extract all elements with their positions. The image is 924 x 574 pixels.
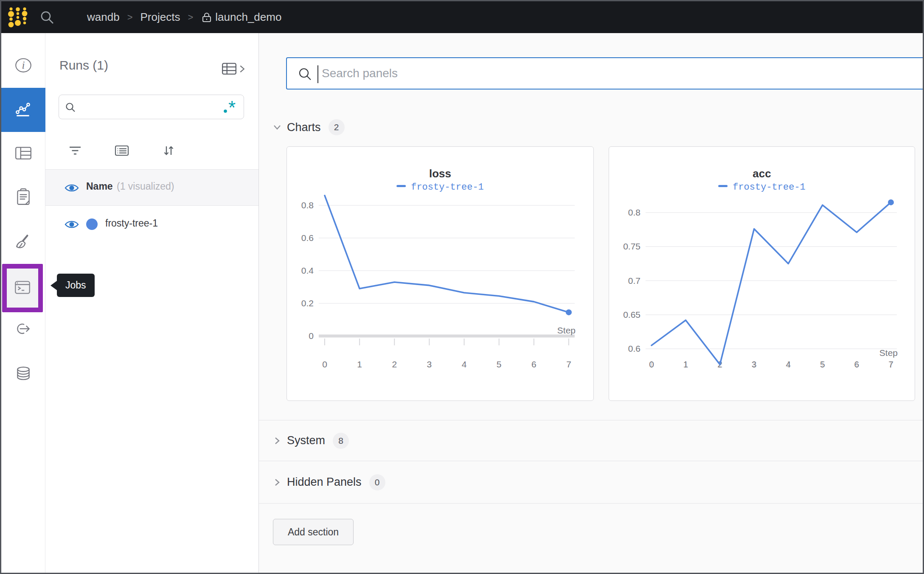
run-name: frosty-tree-1 xyxy=(105,218,158,229)
section-label: System xyxy=(287,434,325,447)
runs-table-expand-button[interactable] xyxy=(221,60,247,77)
svg-text:loss: loss xyxy=(429,167,451,180)
svg-text:0.8: 0.8 xyxy=(628,207,640,217)
svg-text:frosty-tree-1: frosty-tree-1 xyxy=(411,182,484,193)
svg-text:2: 2 xyxy=(392,359,397,369)
broom-icon xyxy=(14,232,33,254)
sidebar-item-table[interactable] xyxy=(1,132,45,176)
svg-text:0: 0 xyxy=(649,359,654,369)
svg-text:6: 6 xyxy=(854,359,859,369)
svg-text:*: * xyxy=(228,98,236,116)
add-section-button[interactable]: Add section xyxy=(273,519,354,545)
svg-text:acc: acc xyxy=(753,167,771,180)
regex-toggle-icon[interactable]: * xyxy=(222,98,239,116)
info-icon: i xyxy=(14,56,33,77)
svg-text:0.65: 0.65 xyxy=(623,310,640,319)
top-navbar: wandb > Projects > launch_demo xyxy=(1,1,923,33)
panels-search-input[interactable] xyxy=(322,58,916,89)
text-cursor xyxy=(317,65,318,83)
table-icon xyxy=(14,143,33,164)
svg-text:5: 5 xyxy=(497,359,502,369)
run-row[interactable]: frosty-tree-1 xyxy=(45,206,258,242)
global-search-icon[interactable] xyxy=(39,10,55,25)
runs-panel: Runs (1) * xyxy=(45,33,259,573)
jobs-tooltip: Jobs xyxy=(51,274,95,297)
launch-icon xyxy=(14,320,33,341)
filter-icon[interactable] xyxy=(67,143,83,158)
line-chart-icon xyxy=(14,99,33,120)
runs-search-box: * xyxy=(59,95,244,119)
search-icon xyxy=(298,67,312,81)
svg-text:0: 0 xyxy=(309,331,314,341)
svg-text:7: 7 xyxy=(566,359,571,369)
breadcrumb-project[interactable]: launch_demo xyxy=(201,11,281,24)
svg-text:0.75: 0.75 xyxy=(623,241,640,251)
runs-search-input[interactable] xyxy=(81,95,221,119)
run-color-dot xyxy=(86,218,98,230)
runs-header-row: Name (1 visualized) xyxy=(45,170,258,206)
section-count-badge: 2 xyxy=(329,119,345,135)
section-header-hidden-panels[interactable]: Hidden Panels 0 xyxy=(259,461,923,504)
section-count-badge: 0 xyxy=(369,474,385,490)
section-label: Hidden Panels xyxy=(287,476,362,489)
runs-visualized-note: (1 visualized) xyxy=(117,181,174,192)
lock-icon xyxy=(201,11,213,23)
svg-text:4: 4 xyxy=(462,359,467,369)
group-list-icon[interactable] xyxy=(114,143,129,158)
svg-text:0.8: 0.8 xyxy=(301,200,314,210)
workspace-main: Charts 2 00.20.40.60.801234567Steplossfr… xyxy=(259,33,923,573)
chevron-right-icon xyxy=(272,435,283,446)
sidebar-item-artifacts[interactable] xyxy=(1,353,45,397)
chart-panel-loss[interactable]: 00.20.40.60.801234567Steplossfrosty-tree… xyxy=(286,146,594,401)
svg-text:1: 1 xyxy=(683,359,688,369)
svg-text:i: i xyxy=(22,59,25,71)
svg-text:1: 1 xyxy=(357,359,362,369)
breadcrumb-entity[interactable]: wandb xyxy=(87,11,120,24)
sidebar-item-workspace[interactable] xyxy=(1,88,45,132)
svg-text:Step: Step xyxy=(879,348,898,358)
search-icon xyxy=(65,102,76,113)
svg-text:0.7: 0.7 xyxy=(628,276,640,286)
svg-text:0.6: 0.6 xyxy=(628,344,640,353)
breadcrumb-projects[interactable]: Projects xyxy=(140,11,180,24)
wandb-app-window: wandb > Projects > launch_demo xyxy=(0,0,924,574)
svg-text:3: 3 xyxy=(427,359,432,369)
panels-search-box xyxy=(286,57,923,90)
clipboard-icon xyxy=(14,187,33,208)
svg-text:7: 7 xyxy=(888,359,893,369)
svg-text:0.6: 0.6 xyxy=(301,233,314,243)
section-header-charts[interactable]: Charts 2 xyxy=(259,118,923,137)
breadcrumb: wandb > Projects > launch_demo xyxy=(87,1,281,33)
sidebar-item-overview[interactable]: i xyxy=(1,45,45,89)
svg-text:5: 5 xyxy=(820,359,825,369)
visibility-eye-icon[interactable] xyxy=(64,219,79,230)
svg-text:Step: Step xyxy=(557,325,576,335)
sidebar-item-reports[interactable] xyxy=(1,176,45,220)
chevron-right-icon xyxy=(272,477,283,488)
terminal-icon xyxy=(13,277,32,299)
tooltip-label: Jobs xyxy=(57,274,95,297)
sidebar-item-launch[interactable] xyxy=(1,308,45,353)
svg-text:0.4: 0.4 xyxy=(301,266,314,275)
svg-text:4: 4 xyxy=(786,359,791,369)
tooltip-arrow xyxy=(51,281,57,290)
project-sidebar: i xyxy=(1,33,45,573)
visibility-eye-icon[interactable] xyxy=(64,182,79,193)
sort-icon[interactable] xyxy=(161,143,176,158)
svg-text:frosty-tree-1: frosty-tree-1 xyxy=(733,182,806,193)
section-header-system[interactable]: System 8 xyxy=(259,420,923,461)
breadcrumb-separator: > xyxy=(188,12,193,23)
section-label: Charts xyxy=(287,121,321,134)
svg-text:0.2: 0.2 xyxy=(301,298,314,308)
sidebar-item-sweeps[interactable] xyxy=(1,221,45,265)
sidebar-item-jobs[interactable] xyxy=(2,264,43,312)
wandb-logo-icon[interactable] xyxy=(8,6,28,29)
svg-text:6: 6 xyxy=(531,359,536,369)
project-name: launch_demo xyxy=(215,11,281,24)
breadcrumb-separator: > xyxy=(127,12,133,23)
runs-toolbar xyxy=(45,139,258,163)
section-count-badge: 8 xyxy=(333,433,349,449)
runs-panel-title: Runs (1) xyxy=(59,58,108,73)
runs-column-name: Name xyxy=(86,181,113,192)
chart-panel-acc[interactable]: 0.60.650.70.750.801234567Stepaccfrosty-t… xyxy=(609,146,915,401)
